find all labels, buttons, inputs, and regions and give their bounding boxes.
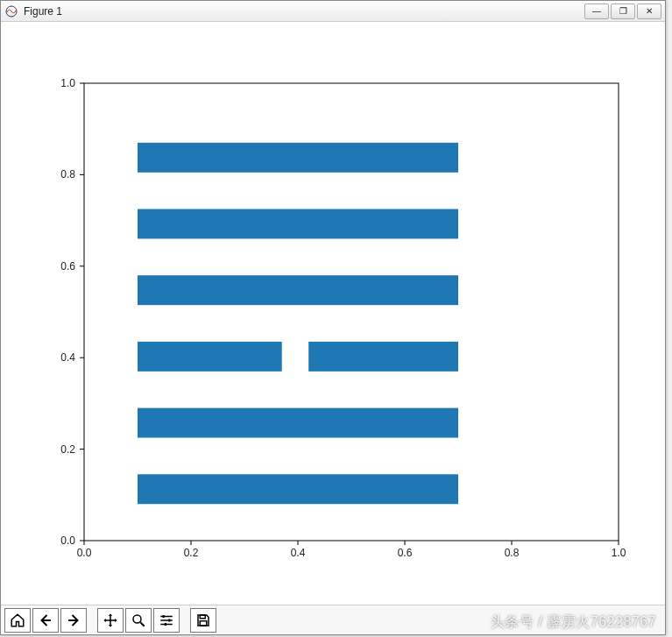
svg-rect-7 (138, 209, 458, 239)
svg-rect-2 (138, 474, 458, 504)
back-button[interactable] (32, 608, 59, 633)
titlebar: Figure 1 — ❐ ✕ (1, 1, 665, 22)
back-icon (38, 612, 53, 628)
svg-rect-6 (138, 275, 458, 305)
plot-canvas[interactable]: 0.00.20.40.60.81.00.00.20.40.60.81.0 (1, 22, 665, 605)
minimize-button[interactable]: — (584, 4, 609, 19)
svg-rect-34 (163, 615, 165, 618)
svg-text:0.0: 0.0 (60, 534, 75, 547)
svg-text:0.8: 0.8 (505, 547, 520, 559)
svg-rect-4 (138, 342, 282, 372)
plot-svg: 0.00.20.40.60.81.00.00.20.40.60.81.0 (1, 22, 665, 605)
svg-rect-36 (165, 623, 166, 626)
zoom-icon (131, 612, 146, 628)
svg-rect-3 (138, 408, 458, 438)
window-title: Figure 1 (24, 5, 584, 18)
svg-text:0.4: 0.4 (291, 547, 306, 559)
window-controls: — ❐ ✕ (584, 4, 661, 19)
svg-text:0.2: 0.2 (60, 443, 75, 456)
forward-icon (66, 612, 81, 628)
save-button[interactable] (190, 608, 216, 633)
close-button[interactable]: ✕ (637, 4, 661, 19)
svg-text:0.4: 0.4 (60, 351, 75, 364)
nav-toolbar (1, 605, 665, 634)
svg-point-33 (133, 615, 141, 623)
svg-text:0.8: 0.8 (60, 168, 75, 180)
app-icon (4, 4, 18, 18)
home-button[interactable] (4, 608, 31, 633)
figure-window: Figure 1 — ❐ ✕ 0.00.20.40.60.81.00.00.20… (0, 0, 666, 635)
svg-rect-5 (308, 342, 458, 372)
forward-button[interactable] (60, 608, 87, 633)
configure-icon (159, 612, 174, 628)
maximize-button[interactable]: ❐ (611, 4, 635, 19)
pan-icon (103, 612, 118, 628)
svg-rect-35 (168, 619, 170, 621)
svg-text:0.6: 0.6 (398, 547, 413, 559)
svg-rect-37 (200, 615, 205, 619)
svg-rect-8 (138, 143, 458, 173)
svg-text:0.0: 0.0 (77, 547, 92, 559)
svg-text:1.0: 1.0 (60, 77, 75, 89)
svg-text:1.0: 1.0 (612, 547, 626, 559)
configure-button[interactable] (153, 608, 180, 633)
svg-text:0.2: 0.2 (184, 547, 199, 559)
save-icon (195, 612, 211, 628)
svg-rect-38 (200, 620, 207, 625)
zoom-button[interactable] (125, 608, 152, 633)
home-icon (10, 612, 25, 628)
svg-text:0.6: 0.6 (60, 260, 75, 272)
pan-button[interactable] (97, 608, 124, 633)
